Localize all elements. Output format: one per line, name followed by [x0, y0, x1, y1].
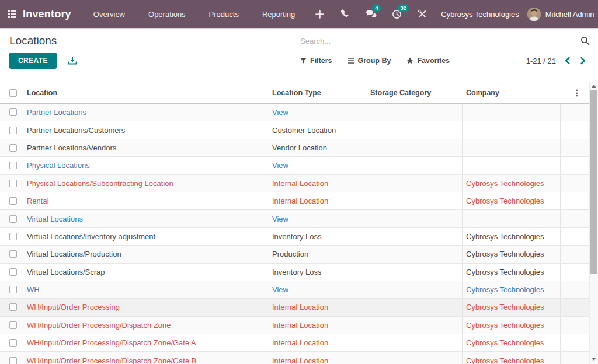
location-cell[interactable]: WH/Input/Order Processing/Dispatch Zone/…	[23, 352, 269, 364]
company-cell[interactable]	[463, 104, 561, 121]
location-type-cell[interactable]: Inventory Loss	[269, 264, 367, 281]
storage-category-cell[interactable]	[367, 139, 463, 156]
company-cell[interactable]: Cybrosys Technologies	[463, 352, 561, 364]
company-cell[interactable]: Cybrosys Technologies	[463, 264, 561, 281]
table-row[interactable]: WH/Input/Order ProcessingInternal Locati…	[0, 299, 589, 316]
favorites-button[interactable]: Favorites	[406, 57, 450, 65]
row-checkbox[interactable]	[9, 286, 17, 293]
location-type-cell[interactable]: View	[269, 157, 367, 174]
nav-item-reporting[interactable]: Reporting	[251, 0, 307, 28]
table-row[interactable]: Physical LocationsView	[0, 157, 589, 174]
table-row[interactable]: WHViewCybrosys Technologies	[0, 281, 589, 299]
company-cell[interactable]: Cybrosys Technologies	[463, 246, 561, 262]
location-cell[interactable]: Partner Locations	[23, 104, 269, 121]
nav-item-overview[interactable]: Overview	[82, 0, 137, 28]
location-cell[interactable]: Rental	[23, 192, 269, 209]
company-cell[interactable]: Cybrosys Technologies	[463, 334, 561, 351]
company-cell[interactable]: Cybrosys Technologies	[463, 317, 561, 334]
storage-category-cell[interactable]	[367, 334, 463, 351]
row-checkbox[interactable]	[9, 233, 17, 240]
activities-icon[interactable]: 32	[390, 0, 403, 28]
location-type-cell[interactable]: Inventory Loss	[269, 228, 367, 245]
search-input[interactable]	[297, 34, 592, 50]
optional-columns-icon[interactable]: ⋮	[573, 89, 581, 97]
table-row[interactable]: Virtual Locations/ScrapInventory LossCyb…	[0, 264, 589, 281]
vertical-scrollbar[interactable]	[589, 82, 598, 364]
pager-next-icon[interactable]	[580, 57, 586, 65]
location-type-cell[interactable]: Internal Location	[269, 299, 367, 316]
location-cell[interactable]: Virtual Locations	[23, 210, 269, 227]
group-by-button[interactable]: Group By	[348, 57, 391, 65]
column-header-storage-category[interactable]: Storage Category	[367, 82, 463, 103]
location-type-cell[interactable]: Internal Location	[269, 352, 367, 364]
select-all-checkbox[interactable]	[9, 89, 17, 97]
location-type-cell[interactable]: Customer Location	[269, 121, 367, 138]
apps-menu-button[interactable]	[8, 7, 16, 21]
location-cell[interactable]: Virtual Locations/Scrap	[23, 264, 269, 281]
search-icon[interactable]	[580, 36, 590, 48]
table-row[interactable]: Partner Locations/VendorsVendor Location	[0, 139, 589, 157]
plus-icon[interactable]	[313, 0, 326, 28]
company-cell[interactable]: Cybrosys Technologies	[463, 299, 561, 316]
company-switcher[interactable]: Cybrosys Technologies	[441, 10, 519, 19]
location-cell[interactable]: WH	[23, 281, 269, 298]
table-row[interactable]: WH/Input/Order Processing/Dispatch Zone/…	[0, 334, 589, 352]
table-row[interactable]: Virtual LocationsView	[0, 210, 589, 228]
company-cell[interactable]: Cybrosys Technologies	[463, 192, 561, 209]
table-row[interactable]: Virtual Locations/Inventory adjustmentIn…	[0, 228, 589, 246]
table-row[interactable]: RentalInternal LocationCybrosys Technolo…	[0, 192, 589, 210]
row-checkbox[interactable]	[9, 162, 17, 169]
location-cell[interactable]: Partner Locations/Vendors	[23, 139, 269, 156]
table-row[interactable]: Partner Locations/CustomersCustomer Loca…	[0, 121, 589, 139]
location-cell[interactable]: Virtual Locations/Production	[23, 246, 269, 262]
row-checkbox[interactable]	[9, 339, 17, 346]
location-type-cell[interactable]: Internal Location	[269, 317, 367, 334]
location-cell[interactable]: Partner Locations/Customers	[23, 121, 269, 138]
row-checkbox[interactable]	[9, 303, 17, 311]
scrollbar-thumb[interactable]	[590, 90, 597, 274]
location-type-cell[interactable]: View	[269, 281, 367, 298]
storage-category-cell[interactable]	[367, 299, 463, 316]
row-checkbox[interactable]	[9, 357, 17, 364]
messages-icon[interactable]: 4	[364, 0, 377, 28]
storage-category-cell[interactable]	[367, 175, 463, 192]
user-avatar[interactable]	[527, 8, 541, 21]
location-cell[interactable]: Physical Locations	[23, 157, 269, 174]
company-cell[interactable]	[463, 157, 561, 174]
app-name[interactable]: Inventory	[23, 8, 71, 20]
table-row[interactable]: Partner LocationsView	[0, 104, 589, 121]
row-checkbox[interactable]	[9, 127, 17, 134]
scrollbar-up-arrow[interactable]	[590, 82, 598, 90]
tools-icon[interactable]	[416, 0, 429, 28]
nav-item-products[interactable]: Products	[197, 0, 251, 28]
company-cell[interactable]: Cybrosys Technologies	[463, 228, 561, 245]
location-type-cell[interactable]: View	[269, 104, 367, 121]
export-icon[interactable]	[68, 57, 77, 65]
row-checkbox[interactable]	[9, 250, 17, 258]
table-row[interactable]: Virtual Locations/ProductionProductionCy…	[0, 246, 589, 263]
company-cell[interactable]	[463, 139, 561, 156]
row-checkbox[interactable]	[9, 108, 17, 116]
row-checkbox[interactable]	[9, 144, 17, 152]
row-checkbox[interactable]	[9, 180, 17, 187]
scrollbar-down-arrow[interactable]	[590, 355, 598, 363]
column-header-company[interactable]: Company	[463, 82, 561, 103]
create-button[interactable]: CREATE	[9, 52, 57, 69]
location-cell[interactable]: WH/Input/Order Processing	[23, 299, 269, 316]
storage-category-cell[interactable]	[367, 352, 463, 364]
table-row[interactable]: WH/Input/Order Processing/Dispatch Zone/…	[0, 352, 589, 364]
storage-category-cell[interactable]	[367, 317, 463, 334]
location-cell[interactable]: Virtual Locations/Inventory adjustment	[23, 228, 269, 245]
row-checkbox[interactable]	[9, 321, 17, 329]
storage-category-cell[interactable]	[367, 192, 463, 209]
nav-item-operations[interactable]: Operations	[137, 0, 197, 28]
storage-category-cell[interactable]	[367, 246, 463, 262]
location-type-cell[interactable]: Vendor Location	[269, 139, 367, 156]
table-row[interactable]: WH/Input/Order Processing/Dispatch ZoneI…	[0, 317, 589, 334]
storage-category-cell[interactable]	[367, 210, 463, 227]
location-type-cell[interactable]: View	[269, 210, 367, 227]
company-cell[interactable]: Cybrosys Technologies	[463, 175, 561, 192]
row-checkbox[interactable]	[9, 268, 17, 276]
company-cell[interactable]	[463, 210, 561, 227]
location-cell[interactable]: WH/Input/Order Processing/Dispatch Zone/…	[23, 334, 269, 351]
